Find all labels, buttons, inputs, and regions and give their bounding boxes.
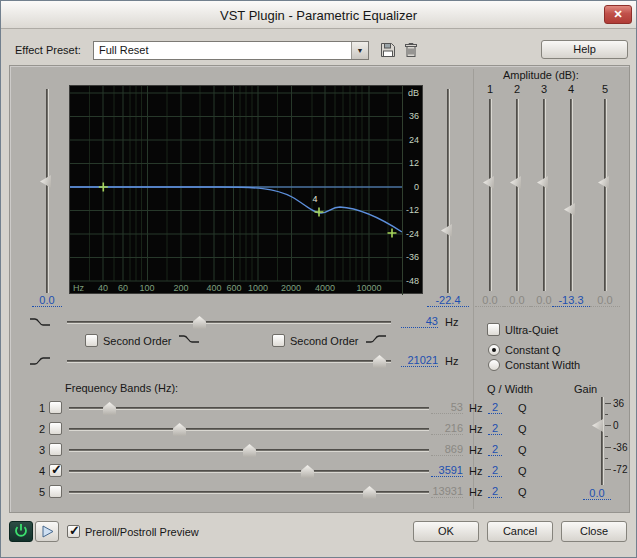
- band-1-number: 1: [33, 402, 45, 414]
- cancel-button[interactable]: Cancel: [487, 521, 553, 542]
- gain-tick: [605, 436, 608, 437]
- help-button[interactable]: Help: [541, 40, 628, 59]
- low-shelf-slider-track[interactable]: [67, 321, 391, 324]
- amp-1-slider-track[interactable]: [489, 99, 492, 291]
- low-shelf-value[interactable]: 43: [401, 315, 438, 328]
- play-icon: [36, 522, 58, 541]
- q-4-unit: Q: [518, 465, 527, 477]
- band-3-value: 869: [431, 443, 463, 456]
- db-axis-label: 0: [414, 182, 419, 192]
- freq-axis-label: 10000: [356, 283, 381, 293]
- high-shelf-unit: Hz: [445, 355, 458, 367]
- high-shelf-order-icon: [365, 332, 387, 348]
- q-1-value[interactable]: 2: [488, 401, 502, 414]
- db-scale: dB 36 24 12 0 -12 -24 -36 -48: [402, 86, 422, 295]
- band-2-unit: Hz: [469, 423, 482, 435]
- ok-button[interactable]: OK: [413, 521, 479, 542]
- second-order-high-checkbox[interactable]: [272, 334, 285, 347]
- band-2-checkbox[interactable]: [49, 422, 62, 435]
- second-order-low-checkbox[interactable]: [85, 334, 98, 347]
- q-1-unit: Q: [518, 402, 527, 414]
- gain-value[interactable]: 0.0: [583, 487, 611, 500]
- amp-5-value: 0.0: [590, 294, 620, 307]
- master-right-slider-track[interactable]: [447, 89, 450, 293]
- delete-preset-icon[interactable]: [403, 42, 421, 60]
- gain-scale-label: -72: [613, 464, 627, 475]
- close-window-button[interactable]: ✕: [604, 5, 632, 24]
- freq-axis-label: 1000: [248, 283, 268, 293]
- chevron-down-icon[interactable]: ▼: [351, 42, 368, 59]
- gain-slider-track[interactable]: [601, 397, 604, 485]
- freq-axis-label: Hz: [73, 283, 84, 293]
- amp-4-value[interactable]: -13.3: [552, 294, 590, 307]
- eq-curve-plot[interactable]: [70, 86, 402, 295]
- freq-axis-label: 40: [98, 283, 108, 293]
- band-1-checkbox[interactable]: [49, 401, 62, 414]
- preroll-checkbox[interactable]: [67, 525, 80, 538]
- q-3-value[interactable]: 2: [488, 443, 502, 456]
- band-5-checkbox[interactable]: [49, 485, 62, 498]
- band-3-unit: Hz: [469, 444, 482, 456]
- effect-preset-dropdown[interactable]: Full Reset ▼: [93, 41, 369, 60]
- amp-4-slider-track[interactable]: [570, 99, 573, 291]
- ultra-quiet-label: Ultra-Quiet: [505, 324, 558, 336]
- band-1-slider-track[interactable]: [69, 407, 429, 410]
- db-axis-label: -24: [406, 229, 419, 239]
- play-preview-button[interactable]: [35, 521, 59, 542]
- band-5-value: 13931: [431, 485, 463, 498]
- title-bar: VST Plugin - Parametric Equalizer ✕: [1, 1, 636, 29]
- gain-scale-label: 0: [613, 420, 619, 431]
- high-shelf-value[interactable]: 21021: [401, 354, 438, 367]
- master-left-value[interactable]: 0.0: [32, 294, 62, 307]
- gain-scale-label: -36: [613, 442, 627, 453]
- low-shelf-icon: [29, 315, 51, 331]
- constant-width-radio[interactable]: [488, 359, 500, 371]
- band-2-value: 216: [431, 422, 463, 435]
- db-axis-label: dB: [408, 88, 419, 98]
- amp-5-slider-track[interactable]: [604, 99, 607, 291]
- gain-tick: [605, 447, 611, 448]
- band-5-unit: Hz: [469, 486, 482, 498]
- band-4-number: 4: [33, 465, 45, 477]
- db-axis-label: 12: [409, 158, 419, 168]
- amplitude-title: Amplitude (dB):: [503, 69, 579, 81]
- low-shelf-unit: Hz: [445, 316, 458, 328]
- eq-node-label: 4: [312, 194, 317, 204]
- band-4-slider-track[interactable]: [69, 470, 429, 473]
- eq-graph: 4 Hz 40 60 100 200 400 600 1000 2000 400…: [69, 85, 423, 294]
- amp-2-slider-track[interactable]: [516, 99, 519, 291]
- band-1-value: 53: [431, 401, 463, 414]
- gain-tick: [605, 425, 611, 426]
- q-5-value[interactable]: 2: [488, 485, 502, 498]
- gain-tick: [605, 458, 608, 459]
- master-left-slider-track[interactable]: [46, 89, 49, 293]
- band-2-slider-track[interactable]: [69, 428, 429, 431]
- constant-q-radio[interactable]: [488, 344, 500, 356]
- close-button[interactable]: Close: [561, 521, 627, 542]
- gain-tick: [605, 414, 608, 415]
- gain-tick: [605, 469, 611, 470]
- band-4-checkbox[interactable]: [49, 464, 62, 477]
- master-right-value[interactable]: -22.4: [427, 294, 469, 307]
- band-1-unit: Hz: [469, 402, 482, 414]
- freq-axis-label: 4000: [315, 283, 335, 293]
- power-icon: [10, 522, 32, 541]
- high-shelf-slider-track[interactable]: [67, 360, 391, 363]
- ultra-quiet-checkbox[interactable]: [487, 323, 500, 336]
- q-width-title: Q / Width: [487, 383, 533, 395]
- amp-2-value: 0.0: [502, 294, 532, 307]
- band-3-checkbox[interactable]: [49, 443, 62, 456]
- amp-3-slider-track[interactable]: [543, 99, 546, 291]
- db-axis-label: -48: [406, 276, 419, 286]
- band-4-value[interactable]: 3591: [431, 464, 463, 477]
- power-toggle-button[interactable]: [9, 521, 33, 542]
- effect-preset-value: Full Reset: [99, 44, 149, 56]
- preroll-label: Preroll/Postroll Preview: [85, 526, 199, 538]
- amp-col-1: 1: [480, 83, 500, 95]
- q-2-value[interactable]: 2: [488, 422, 502, 435]
- amp-col-2: 2: [507, 83, 527, 95]
- q-4-value[interactable]: 2: [488, 464, 502, 477]
- freq-axis-label: 400: [206, 283, 221, 293]
- low-shelf-order-icon: [178, 332, 200, 348]
- save-preset-icon[interactable]: [380, 42, 398, 60]
